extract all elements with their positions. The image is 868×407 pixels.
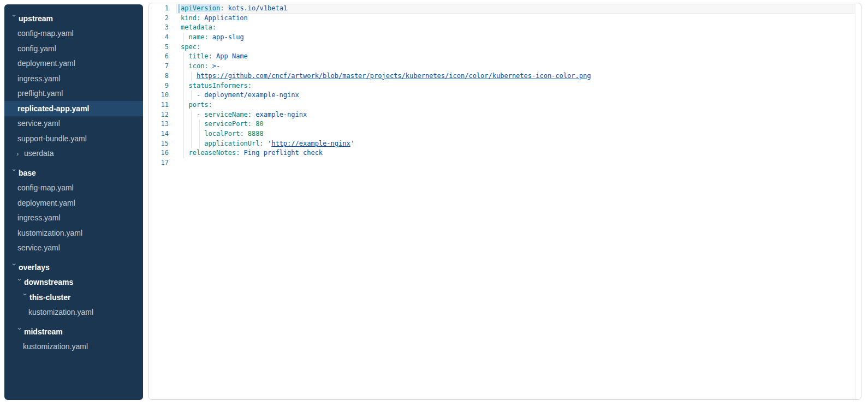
tree-item-label: config-map.yaml [17, 183, 74, 192]
code-text: servicePort: 80 [181, 120, 264, 128]
code-line[interactable]: icon: >- [176, 62, 855, 71]
code-line[interactable]: spec: [176, 43, 855, 52]
tree-file-service-yaml[interactable]: service.yaml [4, 116, 143, 131]
scrollbar-track-border [855, 3, 855, 399]
code-text: applicationUrl: 'http://example-nginx' [181, 140, 354, 147]
line-number: 2 [149, 14, 169, 23]
code-line[interactable]: localPort: 8888 [176, 129, 855, 139]
chevron-down-icon[interactable]: › [16, 278, 23, 285]
tree-dir-this-cluster[interactable]: ›this-cluster [4, 290, 143, 305]
url-link[interactable]: https://github.com/cncf/artwork/blob/mas… [197, 72, 591, 80]
code-line[interactable]: servicePort: 80 [176, 119, 855, 129]
code-token: app-slug [209, 33, 244, 41]
code-token [181, 140, 204, 147]
line-number: 4 [149, 33, 169, 43]
chevron-right-icon[interactable]: › [16, 150, 23, 157]
tree-file-kustomization-yaml[interactable]: kustomization.yaml [4, 225, 143, 241]
code-token: icon: [188, 62, 208, 70]
code-token: 8888 [244, 130, 264, 137]
code-token: App Name [212, 52, 248, 60]
tree-file-kustomization-yaml[interactable]: kustomization.yaml [4, 305, 143, 320]
code-line[interactable]: - serviceName: example-nginx [176, 110, 855, 120]
code-line[interactable]: applicationUrl: 'http://example-nginx' [176, 139, 855, 149]
tree-item-label: overlays [19, 263, 50, 272]
code-line[interactable]: - deployment/example-nginx [176, 91, 855, 100]
tree-file-support-bundle-yaml[interactable]: support-bundle.yaml [4, 131, 143, 146]
code-text: kind: Application [181, 14, 248, 22]
code-line[interactable]: statusInformers: [176, 81, 855, 91]
tree-file-ingress-yaml[interactable]: ingress.yaml [4, 211, 143, 226]
tree-file-deployment-yaml[interactable]: deployment.yaml [4, 56, 143, 71]
tree-file-config-map-yaml[interactable]: config-map.yaml [4, 26, 143, 41]
tree-item-label: ingress.yaml [17, 213, 61, 222]
tree-file-config-map-yaml[interactable]: config-map.yaml [4, 181, 143, 196]
chevron-down-icon[interactable]: › [22, 294, 29, 300]
tree-dir-overlays[interactable]: ›overlays [4, 260, 143, 275]
code-token: 80 [252, 120, 264, 128]
code-text: statusInformers: [181, 82, 252, 89]
tree-file-service-yaml[interactable]: service.yaml [4, 241, 143, 256]
tree-item-label: config-map.yaml [17, 29, 74, 38]
code-line[interactable]: metadata: [176, 23, 855, 33]
code-token: ' [350, 140, 354, 147]
code-token: statusInformers: [188, 82, 252, 89]
code-text: - deployment/example-nginx [181, 91, 299, 99]
code-line[interactable]: name: app-slug [176, 33, 855, 43]
tree-file-config-yaml[interactable]: config.yaml [4, 41, 143, 56]
code-text: spec: [181, 43, 200, 51]
tree-file-deployment-yaml[interactable]: deployment.yaml [4, 195, 143, 211]
tree-dir-midstream[interactable]: ›midstream [4, 324, 143, 339]
tree-dir-userdata[interactable]: ›userdata [4, 146, 143, 161]
tree-file-ingress-yaml[interactable]: ingress.yaml [4, 71, 143, 86]
url-link[interactable]: http://example-nginx [271, 140, 350, 147]
code-token [181, 120, 204, 128]
tree-file-kustomization-yaml[interactable]: kustomization.yaml [4, 339, 143, 355]
code-token: ports: [188, 101, 212, 109]
tree-item-label: midstream [24, 327, 63, 336]
code-line[interactable] [176, 158, 855, 168]
code-line[interactable]: releaseNotes: Ping preflight check [176, 148, 855, 158]
tree-file-replicated-app-yaml[interactable]: replicated-app.yaml [4, 101, 143, 116]
code-token: releaseNotes: [188, 149, 240, 157]
code-token [181, 33, 188, 41]
tree-dir-downstreams[interactable]: ›downstreams [4, 275, 143, 290]
line-number: 10 [149, 91, 169, 100]
code-token: - [197, 111, 204, 118]
code-token [181, 130, 204, 137]
line-number: 12 [149, 110, 169, 120]
line-number: 8 [149, 71, 169, 81]
tree-item-label: deployment.yaml [17, 59, 75, 68]
code-token [181, 52, 188, 60]
line-number: 3 [149, 23, 169, 33]
code-token [181, 111, 197, 118]
code-line[interactable]: kind: Application [176, 14, 855, 23]
tree-dir-base[interactable]: ›base [4, 165, 143, 181]
code-token [181, 72, 197, 80]
tree-item-label: deployment.yaml [17, 199, 75, 207]
line-number-gutter: 1234567891011121314151617 [149, 4, 176, 399]
chevron-down-icon[interactable]: › [16, 328, 23, 334]
code-token: title: [188, 52, 212, 60]
line-number: 17 [149, 158, 169, 168]
tree-item-label: preflight.yaml [17, 89, 63, 98]
code-area[interactable]: apiVersion: kots.io/v1beta1kind: Applica… [176, 4, 861, 399]
code-text: name: app-slug [181, 33, 244, 41]
chevron-down-icon[interactable]: › [11, 15, 18, 21]
code-line[interactable]: apiVersion: kots.io/v1beta1 [176, 4, 855, 14]
code-line[interactable]: https://github.com/cncf/artwork/blob/mas… [176, 71, 855, 81]
tree-item-label: service.yaml [17, 119, 60, 128]
line-number: 5 [149, 43, 169, 52]
tree-file-preflight-yaml[interactable]: preflight.yaml [4, 86, 143, 101]
code-line[interactable]: ports: [176, 100, 855, 110]
tree-dir-upstream[interactable]: ›upstream [4, 11, 143, 26]
code-token [181, 91, 197, 99]
code-text: icon: >- [181, 62, 220, 70]
code-token: spec: [181, 43, 200, 51]
code-line[interactable]: title: App Name [176, 52, 855, 62]
chevron-down-icon[interactable]: › [11, 169, 18, 176]
code-token [181, 82, 188, 89]
code-editor-panel: 1234567891011121314151617 apiVersion: ko… [148, 3, 861, 400]
code-text: title: App Name [181, 52, 248, 60]
chevron-down-icon[interactable]: › [11, 264, 18, 270]
tree-item-label: ingress.yaml [17, 74, 61, 83]
